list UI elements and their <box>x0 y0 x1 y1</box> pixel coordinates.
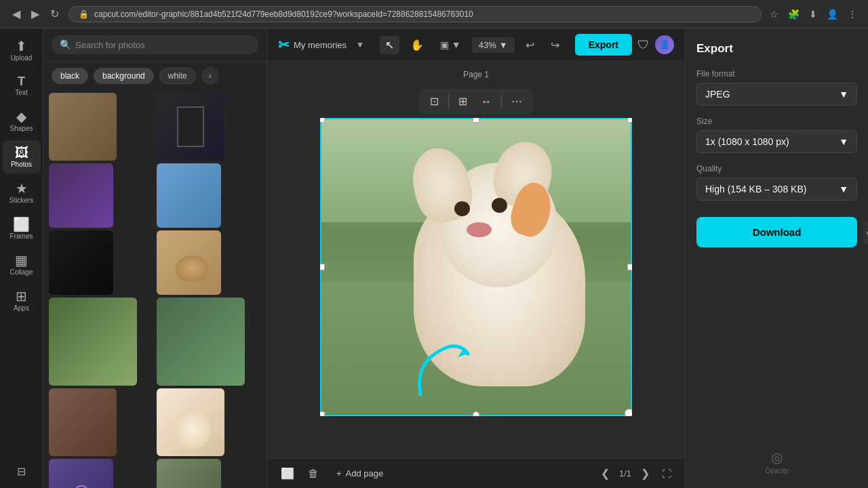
quality-label: Quality <box>696 164 857 174</box>
app-logo: ✂ <box>278 37 290 53</box>
prev-page-btn[interactable]: ❮ <box>597 466 614 481</box>
canvas-frame[interactable] <box>320 118 632 416</box>
float-toolbar: ⊡ ⊞ ↔ ⋯ <box>419 89 533 114</box>
sidebar-item-stickers[interactable]: ★ Stickers <box>3 176 41 209</box>
collage-icon: ▦ <box>15 253 28 267</box>
stickers-icon: ★ <box>16 182 28 195</box>
sidebar-item-upload[interactable]: ⬆ Upload <box>3 34 41 67</box>
back-button[interactable]: ◀ <box>8 5 24 23</box>
list-item[interactable] <box>157 163 221 228</box>
delete-btn[interactable]: 🗑 <box>305 465 321 483</box>
more-options-btn[interactable]: ⋯ <box>506 92 528 111</box>
canvas-size-btn[interactable]: ▣ ▼ <box>435 37 467 53</box>
sidebar-item-frames[interactable]: ⬜ Frames <box>3 212 41 245</box>
file-format-label: File format <box>696 69 857 79</box>
add-page-label: Add page <box>346 468 384 479</box>
sidebar-item-shapes[interactable]: ◆ Shapes <box>3 104 41 138</box>
list-item[interactable]: ◎ <box>49 459 113 488</box>
forward-button[interactable]: ▶ <box>27 5 43 23</box>
bookmark-icon[interactable]: ☆ <box>767 6 781 22</box>
page-label: Page 1 <box>463 70 489 79</box>
canvas-settings-btn[interactable]: ⬜ <box>278 464 297 483</box>
shield-icon-btn[interactable]: 🛡 <box>637 38 650 52</box>
fullscreen-btn[interactable]: ⛶ <box>659 466 674 482</box>
quality-value: High (154 KB – 308 KB) <box>705 184 806 195</box>
hand-tool-btn[interactable]: ✋ <box>405 36 429 54</box>
size-select[interactable]: 1x (1080 x 1080 px) ▼ <box>696 130 857 153</box>
sidebar-label-upload: Upload <box>11 54 33 62</box>
file-format-select[interactable]: JPEG ▼ <box>696 83 857 106</box>
workspace-dropdown-btn[interactable]: ▼ <box>351 37 370 52</box>
search-bar: 🔍 <box>43 28 267 62</box>
flip-tool-btn[interactable]: ↔ <box>475 92 497 111</box>
search-input-wrap[interactable]: 🔍 <box>52 35 258 54</box>
undo-btn[interactable]: ↩ <box>520 36 540 54</box>
canvas-area: ✂ My memories ▼ ↖ ✋ ▣ ▼ 43% ▼ ↩ ↪ Export… <box>267 28 685 488</box>
sidebar-item-text[interactable]: T Text <box>3 70 41 102</box>
list-item[interactable] <box>49 230 113 295</box>
apps-icon: ⊞ <box>16 289 27 303</box>
canvas-main[interactable]: Page 1 ⊡ ⊞ ↔ ⋯ <box>267 62 685 458</box>
divider <box>448 94 449 108</box>
sidebar-item-apps[interactable]: ⊞ Apps <box>3 284 41 317</box>
next-page-btn[interactable]: ❯ <box>637 466 654 481</box>
tag-white[interactable]: white <box>159 68 196 84</box>
panel-collapse-tab[interactable]: ❮ <box>863 220 868 244</box>
sidebar-label-stickers: Stickers <box>9 197 34 204</box>
tag-row: black background white › <box>43 62 267 90</box>
opacity-section: ◎ Opacity <box>696 449 857 474</box>
list-item[interactable] <box>49 93 117 161</box>
photos-icon: 🖼 <box>15 146 28 159</box>
quality-select[interactable]: High (154 KB – 308 KB) ▼ <box>696 178 857 201</box>
tag-background[interactable]: background <box>94 68 154 84</box>
photos-panel: 🔍 black background white › <box>43 28 267 488</box>
download-button[interactable]: Download <box>696 217 857 247</box>
opacity-icon: ◎ <box>771 449 783 466</box>
workspace-name-group: ✂ My memories ▼ <box>278 37 370 53</box>
file-format-dropdown-icon: ▼ <box>839 89 848 100</box>
zoom-control[interactable]: 43% ▼ <box>472 37 515 53</box>
photo-grid: ◎ <box>43 90 267 488</box>
redo-btn[interactable]: ↪ <box>545 36 565 54</box>
captions-icon: ⊟ <box>17 466 26 477</box>
list-item[interactable] <box>157 388 224 456</box>
list-item[interactable] <box>49 298 137 386</box>
select-tool-btn[interactable]: ↖ <box>380 36 399 54</box>
list-item[interactable] <box>157 93 224 161</box>
search-icon: 🔍 <box>60 39 71 50</box>
user-avatar[interactable]: 👤 <box>655 35 674 54</box>
sidebar-item-collage[interactable]: ▦ Collage <box>3 248 41 281</box>
downloads-icon[interactable]: ⬇ <box>806 6 820 22</box>
list-item[interactable] <box>49 388 117 456</box>
list-item[interactable] <box>157 459 221 488</box>
list-item[interactable] <box>157 230 221 295</box>
address-bar[interactable]: 🔒 capcut.com/editor-graphic/881ad4b521f2… <box>68 6 762 22</box>
tag-black[interactable]: black <box>52 68 88 84</box>
menu-icon[interactable]: ⋮ <box>845 6 860 22</box>
canvas-bottom: ⬜ 🗑 + Add page ❮ 1/1 ❯ ⛶ <box>267 458 685 488</box>
export-panel-title: Export <box>696 42 857 56</box>
grid-tool-btn[interactable]: ⊞ <box>453 92 473 111</box>
browser-actions: ☆ 🧩 ⬇ 👤 ⋮ <box>767 6 860 22</box>
sidebar-item-photos[interactable]: 🖼 Photos <box>3 140 41 174</box>
url-text: capcut.com/editor-graphic/881ad4b521f24d… <box>94 9 473 19</box>
profile-icon[interactable]: 👤 <box>824 6 841 22</box>
file-format-section: File format JPEG ▼ <box>696 69 857 106</box>
shapes-icon: ◆ <box>16 110 26 123</box>
crop-tool-btn[interactable]: ⊡ <box>425 92 444 111</box>
size-section: Size 1x (1080 x 1080 px) ▼ <box>696 117 857 153</box>
export-button[interactable]: Export <box>575 34 632 56</box>
sidebar-label-photos: Photos <box>11 161 32 168</box>
reload-button[interactable]: ↻ <box>46 5 63 23</box>
tag-more-btn[interactable]: › <box>201 67 219 85</box>
sidebar-item-captions[interactable]: ⊟ <box>3 461 41 483</box>
extensions-icon[interactable]: 🧩 <box>785 6 802 22</box>
zoom-value: 43% <box>479 40 496 50</box>
canvas-toolbar: ✂ My memories ▼ ↖ ✋ ▣ ▼ 43% ▼ ↩ ↪ Export… <box>267 28 685 62</box>
add-page-btn[interactable]: + Add page <box>330 466 390 481</box>
list-item[interactable] <box>49 163 113 228</box>
list-item[interactable] <box>157 298 245 386</box>
search-input[interactable] <box>75 40 250 50</box>
lock-icon: 🔒 <box>79 9 89 19</box>
page-indicator: 1/1 <box>619 468 631 479</box>
